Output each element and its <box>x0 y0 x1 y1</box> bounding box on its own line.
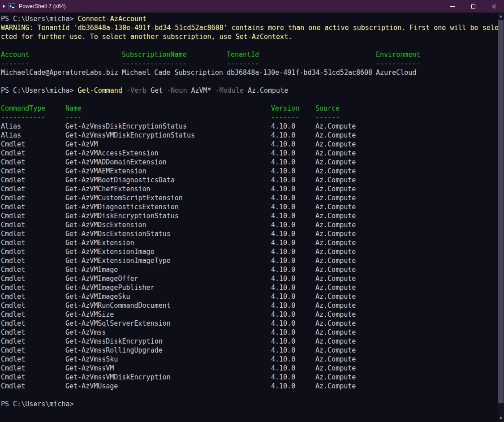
cell-value: Cmdlet <box>1 274 25 283</box>
cell-value: Cmdlet <box>1 220 25 229</box>
cell-value: Az.Compute <box>315 382 356 391</box>
table-row: CmdletGet-AzVmssVMDiskEncryption4.10.0Az… <box>1 373 504 382</box>
cell-value: Cmdlet <box>1 310 25 319</box>
minimize-button[interactable] <box>442 0 463 13</box>
cell-value: Get-AzVMDscExtensionStatus <box>65 229 171 238</box>
cell-value: Az.Compute <box>315 319 356 328</box>
cell-value: 4.10.0 <box>271 122 295 131</box>
cell-value: 4.10.0 <box>271 292 295 301</box>
cell-value: Cmdlet <box>1 382 25 391</box>
table-row: CmdletGet-AzVMExtensionImage4.10.0Az.Com… <box>1 247 504 256</box>
cell-value: Az.Compute <box>315 158 356 167</box>
cell-value: 4.10.0 <box>271 131 295 140</box>
scrollbar[interactable]: ▲ ▼ <box>498 13 504 422</box>
table-row: CmdletGet-AzVMImageSku4.10.0Az.Compute <box>1 292 504 301</box>
cell-value: Get-AzVMImage <box>65 265 118 274</box>
close-icon <box>491 4 496 9</box>
table-row: CmdletGet-AzVMBootDiagnosticsData4.10.0A… <box>1 176 504 185</box>
scroll-up-arrow[interactable]: ▲ <box>498 13 504 20</box>
column-header: TenantId <box>227 50 259 59</box>
cell-value: Get-AzVMExtensionImage <box>65 247 155 256</box>
cell-value: Alias <box>1 122 21 131</box>
warning-text: WARNING: TenantId 'db36848a-130e-491f-bd… <box>1 24 499 32</box>
table-row: CmdletGet-AzVMADDomainExtension4.10.0Az.… <box>1 158 504 167</box>
cell-value: Get-AzVMDiskEncryptionStatus <box>65 211 179 220</box>
titlebar-left: PowerShell 7 (x64) <box>0 3 66 9</box>
cell-value: Get-AzVmssVM <box>65 364 114 373</box>
cell-value: Get-AzVMBootDiagnosticsData <box>65 176 175 185</box>
close-button[interactable] <box>483 0 504 13</box>
cell-value: Az.Compute <box>315 211 356 220</box>
maximize-icon <box>471 4 475 9</box>
cell-value: Az.Compute <box>315 337 356 346</box>
table-row: AliasGet-AzVmssVMDiskEncryptionStatus4.1… <box>1 131 504 140</box>
cell-value: Az.Compute <box>315 238 356 247</box>
table-row: CmdletGet-AzVMAccessExtension4.10.0Az.Co… <box>1 149 504 158</box>
cell-value: 4.10.0 <box>271 185 295 194</box>
cell-value: Get-AzVMSqlServerExtension <box>65 319 171 328</box>
command: Connect-AzAccount <box>78 15 147 23</box>
table-underline-row: ---------------------------- <box>1 113 504 122</box>
cell-value: 4.10.0 <box>271 328 295 337</box>
cell-value: Get-AzVMDscExtension <box>65 220 146 229</box>
cell-value: Alias <box>1 131 21 140</box>
column-header: Source <box>315 104 340 113</box>
cell-value: 4.10.0 <box>271 194 295 202</box>
console-output[interactable]: PS C:\Users\micha> Connect-AzAccountWARN… <box>0 13 504 422</box>
column-header: Account <box>1 50 29 59</box>
window-title: PowerShell 7 (x64) <box>19 3 66 9</box>
cell-value: 4.10.0 <box>271 158 295 167</box>
cell-value: Get-AzVMImageOffer <box>65 274 138 283</box>
cell-value: 4.10.0 <box>271 256 295 265</box>
command-arg: Get <box>146 86 163 95</box>
cell-value: Az.Compute <box>315 202 356 211</box>
blank-line <box>1 41 504 50</box>
maximize-button[interactable] <box>463 0 483 13</box>
column-underline: ------- <box>271 113 299 122</box>
cell-value: 4.10.0 <box>271 364 295 373</box>
scroll-down-arrow[interactable]: ▼ <box>498 415 504 422</box>
table-underline-row: ----------------------------------------… <box>1 59 504 68</box>
cell-value: Get-AzVmssSku <box>65 355 118 364</box>
prompt: PS C:\Users\micha> <box>1 86 78 95</box>
cell-value: Cmdlet <box>1 167 25 176</box>
prompt-line: PS C:\Users\micha> Connect-AzAccount <box>1 14 504 23</box>
column-underline: ---- <box>65 113 82 122</box>
cell-value: Az.Compute <box>315 310 356 319</box>
play-icon <box>3 4 5 8</box>
cell-value: Az.Compute <box>315 274 356 283</box>
blank-line <box>1 77 504 86</box>
cell-value: Az.Compute <box>315 301 356 310</box>
cell-value: 4.10.0 <box>271 310 295 319</box>
cell-value: Cmdlet <box>1 283 25 292</box>
cell-value: Az.Compute <box>315 140 356 149</box>
cell-value: Cmdlet <box>1 337 25 346</box>
cell-value: Cmdlet <box>1 202 25 211</box>
cell-value: Get-AzVMCustomScriptExtension <box>65 194 183 202</box>
cell-value: Get-AzVMDiagnosticsExtension <box>65 202 179 211</box>
column-header: Name <box>65 104 82 113</box>
cell-value: Az.Compute <box>315 283 356 292</box>
cell-value: Cmdlet <box>1 346 25 355</box>
table-row: CmdletGet-AzVmssRollingUpgrade4.10.0Az.C… <box>1 346 504 355</box>
titlebar[interactable]: PowerShell 7 (x64) <box>0 0 504 13</box>
table-row: CmdletGet-AzVMSqlServerExtension4.10.0Az… <box>1 319 504 328</box>
table-row: CmdletGet-AzVMDiagnosticsExtension4.10.0… <box>1 202 504 211</box>
column-underline: ------ <box>315 113 340 122</box>
cell-value: Get-AzVmssVMDiskEncryption <box>65 373 171 382</box>
table-row: CmdletGet-AzVMUsage4.10.0Az.Compute <box>1 382 504 391</box>
cell-value: 4.10.0 <box>271 337 295 346</box>
command-arg: AzVM* <box>187 86 211 95</box>
scrollbar-track[interactable] <box>498 20 504 415</box>
cell-value: 4.10.0 <box>271 274 295 283</box>
cell-value: Get-AzVmss <box>65 328 106 337</box>
warning-text: cted for further use. To select another … <box>1 33 292 41</box>
cell-value: Cmdlet <box>1 238 25 247</box>
cell-value: Get-AzVMImageSku <box>65 292 130 301</box>
cell-value: Az.Compute <box>315 185 356 194</box>
cell-value: Az.Compute <box>315 265 356 274</box>
cell-value: Az.Compute <box>315 194 356 202</box>
prompt: PS C:\Users\micha> <box>1 15 78 23</box>
scrollbar-thumb[interactable] <box>498 20 504 403</box>
cell-value: Cmdlet <box>1 292 25 301</box>
